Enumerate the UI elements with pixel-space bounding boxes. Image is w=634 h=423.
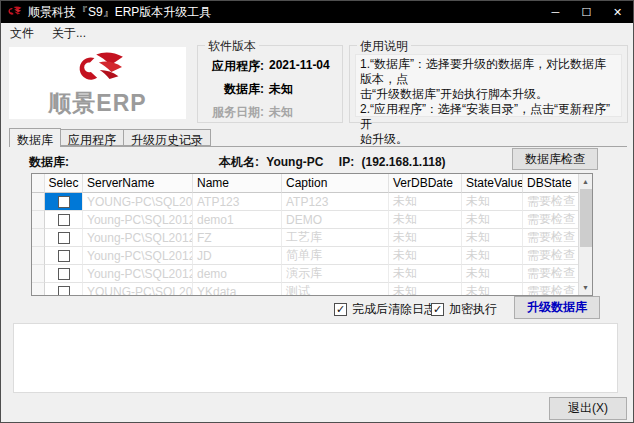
tab-upgrade-history[interactable]: 升级历史记录: [124, 129, 211, 146]
service-date-value: 未知: [269, 104, 293, 121]
menu-file[interactable]: 文件: [1, 23, 43, 44]
menu-about[interactable]: 关于...: [43, 23, 95, 44]
row-selector-cell[interactable]: [32, 193, 45, 211]
instruction-line: 1.“数据库”：选择要升级的数据库，对比数据库版本，点: [360, 57, 617, 87]
encrypt-checkbox[interactable]: ✓: [431, 303, 444, 316]
close-icon[interactable]: ✕: [602, 1, 633, 23]
row-select-cell[interactable]: [45, 193, 83, 211]
cell-verdbdate: 未知: [389, 211, 462, 229]
table-row[interactable]: Young-PC\SQL2012 demo1 DEMO 未知 未知 需要检查: [32, 211, 580, 229]
grid-header-servername[interactable]: ServerName: [83, 174, 193, 193]
title-bar: 顺景科技『S9』ERP版本升级工具 ─ ☐ ✕: [1, 1, 633, 23]
service-date-row: 服务日期: 未知: [198, 104, 342, 121]
row-select-checkbox[interactable]: [58, 250, 70, 262]
grid-header-select[interactable]: Selec: [45, 174, 83, 193]
app-version-label: 应用程序:: [198, 58, 264, 75]
cell-servername: Young-PC\SQL2012: [83, 265, 193, 283]
ip-value: (192.168.1.118): [361, 155, 445, 169]
grid-header-name[interactable]: Name: [193, 174, 282, 193]
row-select-checkbox[interactable]: [58, 268, 70, 280]
instruction-line: 击“升级数据库”开始执行脚本升级。: [360, 87, 617, 102]
grid-header-caption[interactable]: Caption: [282, 174, 389, 193]
erp-logo-icon: [67, 51, 129, 91]
cell-dbstate: 需要检查: [523, 211, 580, 229]
cell-caption: ATP123: [282, 193, 389, 211]
cell-servername: YOUNG-PC\SQL2012: [83, 283, 193, 296]
encrypt-label: 加密执行: [449, 301, 497, 318]
cell-name: demo: [193, 265, 282, 283]
instructions-title: 使用说明: [357, 38, 411, 55]
instruction-line: 2.“应用程序”：选择“安装目录”，点击“更新程序”开: [360, 102, 617, 132]
cell-servername: Young-PC\SQL2012: [83, 211, 193, 229]
cell-servername: Young-PC\SQL2012: [83, 247, 193, 265]
row-selector-cell[interactable]: [32, 265, 45, 283]
grid-header-dbstate[interactable]: DBState: [523, 174, 580, 193]
software-version-groupbox: 软件版本 应用程序: 2021-11-04 数据库: 未知 服务日期: 未知: [197, 45, 343, 123]
row-selector-cell[interactable]: [32, 247, 45, 265]
cell-statevalue: 未知: [462, 193, 523, 211]
cell-verdbdate: 未知: [389, 265, 462, 283]
encrypt-option[interactable]: ✓ 加密执行: [431, 301, 497, 318]
clear-log-checkbox[interactable]: ✓: [334, 303, 347, 316]
row-select-cell[interactable]: [45, 229, 83, 247]
instruction-line: 始升级。: [360, 132, 617, 147]
table-row[interactable]: YOUNG-PC\SQL2012 ATP123 ATP123 未知 未知 需要检…: [32, 193, 580, 211]
table-row[interactable]: Young-PC\SQL2012 JD 简单库 未知 未知 需要检查: [32, 247, 580, 265]
grid-header-selector: [32, 174, 45, 193]
row-selector-cell[interactable]: [32, 229, 45, 247]
host-name-value: Young-PC: [266, 155, 323, 169]
cell-servername: Young-PC\SQL2012: [83, 229, 193, 247]
cell-caption: 工艺库: [282, 229, 389, 247]
ip-label: IP:: [339, 155, 354, 169]
menu-bar: 文件 关于...: [1, 23, 633, 43]
app-version-value: 2021-11-04: [269, 58, 330, 75]
minimize-icon[interactable]: ─: [540, 1, 571, 23]
log-area: [13, 323, 618, 393]
app-window: 顺景科技『S9』ERP版本升级工具 ─ ☐ ✕ 文件 关于... 顺景ERP 软…: [0, 0, 634, 423]
cell-dbstate: 需要检查: [523, 193, 580, 211]
table-row[interactable]: Young-PC\SQL2012 demo 演示库 未知 未知 需要检查: [32, 265, 580, 283]
row-select-cell[interactable]: [45, 283, 83, 296]
tab-strip: 数据库 应用程序 升级历史记录: [9, 128, 211, 147]
row-select-checkbox[interactable]: [58, 196, 70, 208]
row-select-cell[interactable]: [45, 265, 83, 283]
instructions-groupbox: 使用说明 1.“数据库”：选择要升级的数据库，对比数据库版本，点 击“升级数据库…: [349, 45, 628, 123]
row-select-cell[interactable]: [45, 247, 83, 265]
cell-dbstate: 需要检查: [523, 265, 580, 283]
cell-verdbdate: 未知: [389, 229, 462, 247]
maximize-icon[interactable]: ☐: [571, 1, 602, 23]
row-selector-cell[interactable]: [32, 211, 45, 229]
row-selector-cell[interactable]: [32, 283, 45, 296]
table-row[interactable]: Young-PC\SQL2012 FZ 工艺库 未知 未知 需要检查: [32, 229, 580, 247]
table-row[interactable]: YOUNG-PC\SQL2012 YKdata 测试 未知 未知 需要检查: [32, 283, 580, 296]
row-select-checkbox[interactable]: [58, 214, 70, 226]
app-version-row: 应用程序: 2021-11-04: [198, 58, 342, 75]
tab-application[interactable]: 应用程序: [61, 129, 124, 146]
cell-caption: 测试: [282, 283, 389, 296]
cell-dbstate: 需要检查: [523, 283, 580, 296]
logo-text: 顺景ERP: [48, 91, 146, 115]
row-select-checkbox[interactable]: [58, 232, 70, 244]
host-info: 本机名: Young-PC IP: (192.168.1.118): [219, 154, 450, 171]
db-version-row: 数据库: 未知: [198, 81, 342, 98]
grid-header-statevalue[interactable]: StateValue: [462, 174, 523, 193]
database-check-button[interactable]: 数据库检查: [512, 148, 598, 170]
cell-statevalue: 未知: [462, 229, 523, 247]
scroll-down-icon[interactable]: ▼: [579, 280, 592, 295]
scrollbar-thumb[interactable]: [580, 189, 592, 247]
app-logo-icon: [6, 4, 22, 20]
row-select-cell[interactable]: [45, 211, 83, 229]
cell-name: demo1: [193, 211, 282, 229]
cell-name: YKdata: [193, 283, 282, 296]
cell-dbstate: 需要检查: [523, 229, 580, 247]
scroll-up-icon[interactable]: ▲: [579, 174, 592, 189]
clear-log-option[interactable]: ✓ 完成后清除日志: [334, 301, 436, 318]
upgrade-database-button[interactable]: 升级数据库: [514, 296, 600, 319]
row-select-checkbox[interactable]: [58, 286, 70, 297]
grid-header-verdbdate[interactable]: VerDBDate: [389, 174, 462, 193]
cell-verdbdate: 未知: [389, 247, 462, 265]
exit-button[interactable]: 退出(X): [549, 397, 627, 420]
grid-vscrollbar[interactable]: ▲ ▼: [578, 174, 592, 295]
tab-database[interactable]: 数据库: [9, 128, 61, 147]
database-label: 数据库:: [29, 154, 69, 171]
